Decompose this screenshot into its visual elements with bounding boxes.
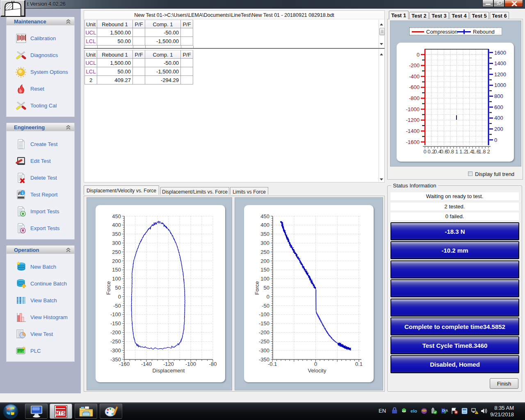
svg-text:1: 1 [455,148,458,155]
svg-text:100: 100 [260,276,269,282]
svg-text:-400: -400 [409,73,420,80]
svg-text:-160: -160 [119,361,130,367]
svg-text:100: 100 [112,276,121,282]
svg-text:300: 300 [112,240,121,246]
svg-text:600: 600 [494,104,503,110]
svg-text:150: 150 [260,267,269,273]
svg-text:1600: 1600 [494,50,506,56]
svg-text:0: 0 [494,137,497,143]
svg-text:-250: -250 [110,338,121,345]
svg-text:1200: 1200 [494,71,506,78]
svg-text:-200: -200 [259,329,269,336]
svg-text:50: 50 [264,285,269,291]
svg-text:400: 400 [112,222,121,228]
svg-text:-50: -50 [113,303,121,309]
svg-text:-300: -300 [110,347,121,354]
svg-text:1.8: 1.8 [478,148,486,155]
svg-text:ex: ex [402,409,406,413]
svg-text:0.8: 0.8 [447,148,454,155]
svg-text:200: 200 [112,258,121,264]
svg-text:-600: -600 [409,84,420,90]
svg-text:Force: Force [105,281,112,294]
svg-text:800: 800 [494,93,503,99]
svg-text:350: 350 [112,231,121,237]
svg-text:300: 300 [260,240,269,246]
svg-text:-100: -100 [259,311,269,317]
svg-text:0: 0 [118,294,121,300]
svg-text:-1000: -1000 [406,106,420,112]
svg-text:-0.1: -0.1 [268,361,277,367]
svg-text:i: i [22,191,23,195]
svg-text:0: 0 [314,361,317,367]
svg-text:-200: -200 [409,62,420,68]
svg-text:200: 200 [494,126,503,132]
svg-text:150: 150 [112,267,121,273]
svg-text:0.1: 0.1 [355,361,363,367]
svg-text:-120: -120 [163,361,174,367]
svg-text:450: 450 [112,213,121,219]
svg-text:-100: -100 [110,311,121,317]
svg-text:-150: -150 [259,320,269,326]
svg-text:-50: -50 [262,303,269,309]
svg-text:-300: -300 [259,347,269,354]
svg-text:Force: Force [254,281,260,294]
svg-text:0: 0 [423,148,426,155]
svg-text:450: 450 [260,213,269,219]
svg-text:-140: -140 [141,361,152,367]
svg-text:-150: -150 [110,320,121,326]
svg-text:DIA: DIA [442,409,448,413]
svg-text:0: 0 [267,294,269,300]
svg-text:-1600: -1600 [406,139,420,145]
svg-text:1000: 1000 [494,82,506,88]
svg-text:-800: -800 [409,95,420,101]
svg-text:-1400: -1400 [406,128,420,134]
svg-text:-1200: -1200 [406,117,420,123]
svg-text:1400: 1400 [494,60,506,66]
svg-text:400: 400 [260,222,269,228]
svg-text:elo: elo [411,409,417,413]
svg-text:Displacement: Displacement [153,368,185,374]
svg-text:2: 2 [487,148,490,155]
svg-text:-100: -100 [185,361,196,367]
svg-text:50: 50 [115,285,121,291]
svg-text:!: ! [476,411,477,414]
svg-text:0: 0 [417,52,420,58]
svg-text:Velocity: Velocity [308,368,326,374]
svg-text:350: 350 [260,231,269,237]
svg-text:250: 250 [260,249,269,255]
svg-text:-250: -250 [259,338,269,345]
svg-text:-80: -80 [209,361,217,367]
svg-text:250: 250 [112,249,121,255]
svg-text:200: 200 [260,258,269,264]
svg-text:400: 400 [494,115,503,121]
svg-text:-200: -200 [110,329,121,336]
